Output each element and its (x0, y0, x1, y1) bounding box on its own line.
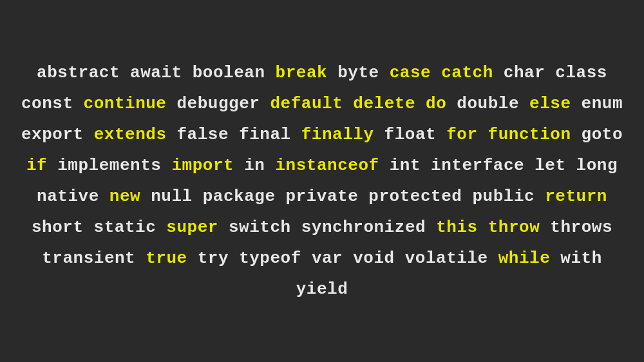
keyword-for: for (446, 119, 477, 150)
keyword-float: float (384, 119, 437, 150)
keyword-default: default (270, 88, 343, 119)
keyword-new: new (109, 181, 140, 212)
keyword-throw: throw (488, 212, 540, 243)
keyword-case: case (390, 57, 431, 88)
keyword-synchronized: synchronized (301, 212, 426, 243)
keyword-public: public (472, 181, 535, 212)
keyword-short: short (32, 212, 84, 243)
keyword-with: with (560, 243, 602, 274)
keyword-while: while (498, 243, 551, 274)
keyword-continue: continue (84, 88, 167, 119)
keyword-class: class (555, 57, 607, 88)
keyword-enum: enum (582, 88, 623, 119)
keyword-byte: byte (337, 57, 379, 88)
keyword-throws: throws (550, 212, 612, 243)
keyword-if: if (26, 150, 47, 181)
keyword-goto: goto (582, 119, 623, 150)
keyword-import: import (171, 150, 234, 181)
keyword-interface: interface (431, 150, 524, 181)
keyword-in: in (244, 150, 265, 181)
keyword-protected: protected (368, 181, 462, 212)
keyword-try: try (198, 243, 229, 274)
keyword-function: function (488, 119, 571, 150)
keyword-static: static (94, 212, 156, 243)
keyword-catch: catch (441, 57, 493, 88)
keyword-const: const (21, 88, 73, 119)
keyword-native: native (37, 181, 99, 212)
keyword-this: this (436, 212, 478, 243)
keyword-implements: implements (57, 150, 161, 181)
keyword-super: super (166, 212, 218, 243)
keyword-volatile: volatile (405, 243, 488, 274)
keyword-await: await (130, 57, 182, 88)
keyword-int: int (390, 150, 421, 181)
keyword-char: char (504, 57, 545, 88)
keyword-export: export (21, 119, 84, 150)
keyword-double: double (457, 88, 519, 119)
keyword-void: void (353, 243, 395, 274)
keyword-yield: yield (296, 274, 348, 305)
keyword-package: package (203, 181, 276, 212)
keyword-instanceof: instanceof (275, 150, 379, 181)
keyword-break: break (276, 57, 328, 88)
keyword-do: do (426, 88, 446, 119)
keyword-false: false (177, 119, 229, 150)
keyword-abstract: abstract (37, 57, 120, 88)
keyword-boolean: boolean (193, 57, 265, 88)
keyword-switch: switch (229, 212, 291, 243)
keyword-cloud: abstractawaitbooleanbreakbytecasecatchch… (13, 57, 631, 305)
keyword-let: let (535, 150, 565, 181)
keyword-long: long (576, 150, 618, 181)
keyword-extends: extends (94, 119, 167, 150)
keyword-delete: delete (353, 88, 415, 119)
keyword-return: return (545, 181, 607, 212)
keyword-finally: finally (301, 119, 374, 150)
keyword-final: final (239, 119, 291, 150)
keyword-private: private (286, 181, 359, 212)
keyword-else: else (529, 88, 571, 119)
keyword-true: true (146, 243, 187, 274)
keyword-var: var (312, 243, 343, 274)
keyword-transient: transient (42, 243, 135, 274)
keyword-null: null (151, 181, 193, 212)
keyword-typeof: typeof (239, 243, 301, 274)
keyword-debugger: debugger (177, 88, 260, 119)
